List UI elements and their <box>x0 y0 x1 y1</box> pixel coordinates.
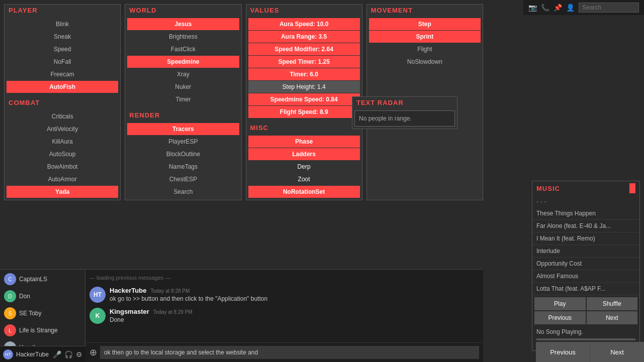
user-list-item[interactable]: L Life is Strange <box>0 322 85 339</box>
world-item-fastclick[interactable]: FastClick <box>127 43 239 55</box>
render-panel-items: TracersPlayerESPBlockOutlineNameTagsChes… <box>125 121 241 200</box>
user-list-item[interactable]: C CaptainLS <box>0 271 85 288</box>
pin-icon[interactable]: 📌 <box>554 4 562 12</box>
headset-icon[interactable]: 🎧 <box>64 350 73 358</box>
combat-item-bowaimbot[interactable]: BowAimbot <box>7 161 118 173</box>
user-list-item[interactable]: D Don <box>0 288 85 305</box>
combat-panel-title: COMBAT <box>5 97 120 108</box>
render-item-search[interactable]: Search <box>127 186 239 198</box>
render-item-playeresp[interactable]: PlayerESP <box>127 136 239 148</box>
world-item-xray[interactable]: Xray <box>127 68 239 80</box>
world-item-speedmine[interactable]: Speedmine <box>127 56 239 68</box>
player-item-blink[interactable]: Blink <box>7 18 118 30</box>
user-list-item[interactable]: S SE Toby <box>0 305 85 322</box>
current-user-bar: HT HackerTube 🎤 🎧 ⚙ <box>0 346 85 362</box>
misc-item-phase[interactable]: Phase <box>248 136 360 148</box>
combat-item-criticals[interactable]: Criticals <box>7 110 118 123</box>
render-item-chestesp[interactable]: ChestESP <box>127 173 239 185</box>
value-item[interactable]: Aura Speed: 10.0 <box>248 18 360 30</box>
misc-item-ladders[interactable]: Ladders <box>248 148 360 160</box>
music-list-item[interactable]: Lotta That (feat. A$AP F... <box>532 283 639 295</box>
world-item-timer[interactable]: Timer <box>127 93 239 105</box>
add-attachment-icon[interactable]: ⊕ <box>89 347 97 358</box>
player-item-speed[interactable]: Speed <box>7 43 118 55</box>
messages-area: — loading previous messages — HT HackerT… <box>85 270 483 362</box>
user-avatar: S <box>4 307 16 319</box>
value-item[interactable]: Timer: 6.0 <box>248 68 360 80</box>
messages-scroll: — loading previous messages — HT HackerT… <box>85 270 483 342</box>
render-item-nametags[interactable]: NameTags <box>127 161 239 173</box>
render-item-blockoutline[interactable]: BlockOutline <box>127 148 239 160</box>
world-item-nuker[interactable]: Nuker <box>127 81 239 93</box>
combat-item-yada[interactable]: Yada <box>7 186 118 198</box>
previous-page-button[interactable]: Previous <box>536 342 590 362</box>
value-item[interactable]: Flight Speed: 8.9 <box>248 106 360 118</box>
video-icon[interactable]: 📷 <box>528 4 537 12</box>
topbar: 📷 📞 📌 👤 <box>523 0 644 15</box>
phone-icon[interactable]: 📞 <box>541 4 549 12</box>
music-list-item[interactable]: Interlude <box>532 245 639 258</box>
message-content: HackerTube Today at 8:28 PM ok go to >> … <box>110 287 479 302</box>
music-controls: Play Shuffle Previous Next <box>532 295 639 326</box>
user-list-item[interactable]: H Hearth <box>0 339 85 346</box>
values-panel-title: VALUES <box>246 5 362 16</box>
combat-item-antivelocity[interactable]: AntiVelocity <box>7 123 118 135</box>
world-panel-title: WORLD <box>125 5 241 16</box>
movement-item-flight[interactable]: Flight <box>369 43 481 55</box>
value-item[interactable]: Speedmine Speed: 0.84 <box>248 93 360 105</box>
chat-input[interactable] <box>100 346 479 359</box>
search-input[interactable] <box>579 3 639 13</box>
music-list-item[interactable]: Far Alone (feat. E-40 & Ja... <box>532 220 639 232</box>
current-user-avatar: HT <box>3 349 13 359</box>
music-list-item[interactable]: I Mean It (feat. Remo) <box>532 232 639 245</box>
combat-item-autosoup[interactable]: AutoSoup <box>7 148 118 160</box>
mic-icon[interactable]: 🎤 <box>53 350 61 358</box>
misc-item-zoot[interactable]: Zoot <box>248 173 360 185</box>
player-item-freecam[interactable]: Freecam <box>7 68 118 80</box>
user-icon[interactable]: 👤 <box>566 4 575 12</box>
music-progress-bar <box>536 338 635 340</box>
world-item-jesus[interactable]: Jesus <box>127 18 239 30</box>
user-name: SE Toby <box>19 310 41 317</box>
user-name: CaptainLS <box>19 276 47 283</box>
play-button[interactable]: Play <box>534 297 586 310</box>
text-radar: TEXT RADAR No people in range. <box>352 96 457 129</box>
message-avatar: K <box>89 308 106 324</box>
music-status: No Song Playing. <box>532 326 639 337</box>
player-item-autofish[interactable]: AutoFish <box>7 81 118 93</box>
value-item[interactable]: Speed Modifier: 2.64 <box>248 43 360 55</box>
player-item-nofall[interactable]: NoFall <box>7 56 118 68</box>
world-item-brightness[interactable]: Brightness <box>127 31 239 43</box>
player-panel: PLAYER BlinkSneakSpeedNoFallFreecamAutoF… <box>4 4 121 200</box>
combat-item-killaura[interactable]: KillAura <box>7 136 118 148</box>
movement-item-sprint[interactable]: Sprint <box>369 31 481 43</box>
music-list-item[interactable]: Almost Famous <box>532 270 639 283</box>
music-title: MUSIC <box>532 181 639 195</box>
value-item[interactable]: Step Height: 1.4 <box>248 81 360 93</box>
misc-panel-items: PhaseLaddersDerpZootNoRotationSet <box>246 134 362 200</box>
combat-item-autoarmor[interactable]: AutoArmor <box>7 173 118 185</box>
misc-item-derp[interactable]: Derp <box>248 161 360 173</box>
previous-button[interactable]: Previous <box>534 311 586 324</box>
music-panel: MUSIC · · · These Things HappenFar Alone… <box>532 181 640 351</box>
next-page-button[interactable]: Next <box>590 342 644 362</box>
value-item[interactable]: Aura Range: 3.5 <box>248 31 360 43</box>
player-panel-title: PLAYER <box>5 5 120 16</box>
shuffle-button[interactable]: Shuffle <box>587 297 638 310</box>
music-list-item[interactable]: Opportunity Cost <box>532 258 639 270</box>
render-item-tracers[interactable]: Tracers <box>127 123 239 135</box>
next-button[interactable]: Next <box>587 311 638 324</box>
player-item-sneak[interactable]: Sneak <box>7 31 118 43</box>
movement-panel-title: MOVEMENT <box>367 5 483 16</box>
movement-item-step[interactable]: Step <box>369 18 481 30</box>
misc-item-norotationset[interactable]: NoRotationSet <box>248 186 360 198</box>
user-list-container: C CaptainLS D Don S SE Toby L Life is St… <box>0 270 85 362</box>
movement-item-noslowdown[interactable]: NoSlowdown <box>369 56 481 68</box>
user-name: Don <box>19 293 30 300</box>
message-username: Kingsmaster <box>110 308 149 315</box>
user-name: Life is Strange <box>19 327 58 334</box>
music-list-item[interactable]: These Things Happen <box>532 207 639 220</box>
message-time: Today at 8:29 PM <box>153 309 193 315</box>
value-item[interactable]: Speed Timer: 1.25 <box>248 56 360 68</box>
settings-icon[interactable]: ⚙ <box>76 350 82 358</box>
